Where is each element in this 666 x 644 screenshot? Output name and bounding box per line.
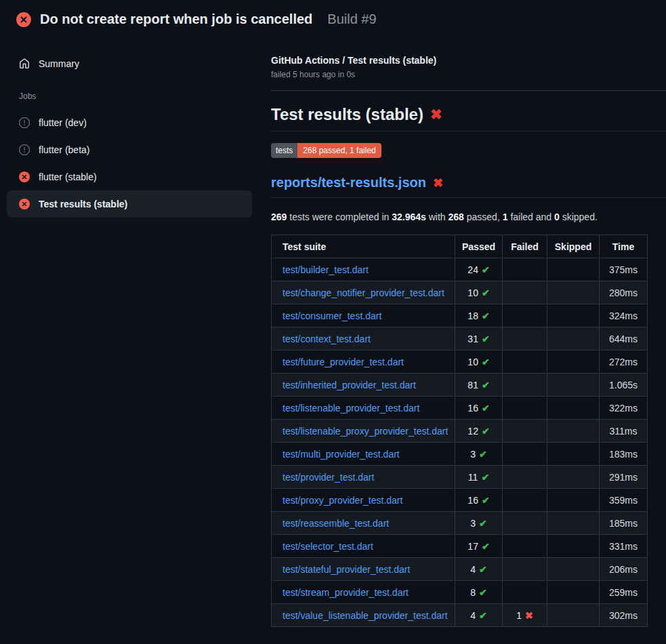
summary-segment: 1 [503, 212, 508, 222]
table-row: test/reassemble_test.dart3✔185ms [272, 512, 648, 535]
time-cell: 311ms [600, 420, 648, 443]
summary-segment: passed, [464, 212, 503, 222]
test-suite-cell: test/stream_provider_test.dart [272, 581, 455, 604]
passed-cell: 18✔ [455, 304, 503, 327]
cancelled-stop-icon [19, 144, 30, 155]
sidebar-item-test-results-stable[interactable]: Test results (stable) [7, 190, 252, 218]
passed-cell: 11✔ [455, 466, 503, 489]
skipped-cell [547, 489, 600, 512]
test-suite-link[interactable]: test/reassemble_test.dart [283, 518, 389, 529]
skipped-cell [547, 420, 600, 443]
test-suite-cell: test/reassemble_test.dart [272, 512, 455, 535]
time-cell: 259ms [600, 581, 648, 604]
failed-cell [503, 581, 547, 604]
test-suite-link[interactable]: test/provider_test.dart [283, 472, 374, 483]
test-suite-link[interactable]: test/listenable_provider_test.dart [283, 403, 419, 414]
table-row: test/stateful_provider_test.dart4✔206ms [272, 558, 648, 581]
check-icon: ✔ [482, 380, 490, 390]
failed-cell: 1✖ [503, 604, 547, 627]
time-cell: 322ms [600, 397, 648, 420]
check-icon: ✔ [479, 564, 487, 575]
test-suite-link[interactable]: test/stateful_provider_test.dart [283, 564, 410, 575]
table-row: test/builder_test.dart24✔375ms [272, 258, 648, 281]
test-suite-cell: test/listenable_proxy_provider_test.dart [272, 420, 455, 443]
failed-cell [503, 443, 547, 466]
test-suite-link[interactable]: test/context_test.dart [283, 334, 371, 344]
check-icon: ✔ [481, 472, 489, 483]
time-cell: 291ms [600, 466, 648, 489]
sidebar-item-flutter-stable[interactable]: flutter (stable) [7, 163, 252, 190]
check-icon: ✔ [482, 357, 490, 367]
sidebar-item-summary[interactable]: Summary [19, 55, 259, 73]
test-suite-link[interactable]: test/value_listenable_provider_test.dart [283, 610, 448, 621]
job-label: Test results (stable) [39, 199, 127, 209]
count-value: 16 [467, 495, 478, 506]
skipped-cell [547, 258, 600, 281]
check-icon: ✔ [482, 310, 490, 321]
summary-segment: failed and [508, 212, 555, 222]
time-cell: 185ms [600, 512, 648, 535]
sidebar-item-flutter-dev[interactable]: flutter (dev) [7, 109, 252, 136]
table-row: test/consumer_test.dart18✔324ms [272, 304, 648, 327]
time-cell: 183ms [600, 443, 648, 466]
test-suite-cell: test/provider_test.dart [272, 466, 455, 489]
table-row: test/value_listenable_provider_test.dart… [272, 604, 648, 627]
test-suite-cell: test/multi_provider_test.dart [272, 443, 455, 466]
test-suite-link[interactable]: test/multi_provider_test.dart [283, 449, 400, 460]
skipped-cell [547, 581, 600, 604]
main-content: GitHub Actions / Test results (stable) f… [271, 41, 666, 627]
table-row: test/selector_test.dart17✔331ms [272, 535, 648, 558]
check-icon: ✔ [479, 518, 487, 529]
failed-cell [503, 397, 547, 420]
test-suite-cell: test/future_provider_test.dart [272, 350, 455, 374]
count-value: 8 [470, 587, 476, 598]
test-suite-link[interactable]: test/selector_test.dart [283, 541, 373, 552]
test-suite-cell: test/inherited_provider_test.dart [272, 374, 455, 397]
skipped-cell [547, 304, 600, 327]
test-suite-cell: test/proxy_provider_test.dart [272, 489, 455, 512]
summary-segment: with [426, 212, 449, 222]
test-suite-link[interactable]: test/listenable_proxy_provider_test.dart [283, 426, 448, 437]
time-cell: 280ms [600, 281, 648, 304]
time-cell: 206ms [600, 558, 648, 581]
time-cell: 272ms [600, 350, 648, 374]
column-header-test-suite: Test suite [272, 235, 455, 258]
passed-cell: 10✔ [455, 350, 503, 374]
count-value: 12 [467, 426, 478, 437]
check-icon: ✔ [482, 426, 490, 437]
count-value: 4 [470, 610, 476, 621]
failed-cell [503, 350, 547, 374]
test-suite-link[interactable]: test/change_notifier_provider_test.dart [283, 287, 444, 298]
passed-cell: 12✔ [455, 420, 503, 443]
sidebar-summary-label: Summary [39, 58, 79, 69]
time-cell: 375ms [600, 258, 648, 281]
skipped-cell [547, 443, 600, 466]
column-header-time: Time [600, 235, 648, 258]
time-cell: 331ms [600, 535, 648, 558]
count-value: 10 [467, 357, 478, 367]
test-suite-cell: test/value_listenable_provider_test.dart [272, 604, 455, 627]
section-heading: Test results (stable) ✖ [271, 105, 666, 132]
test-suite-link[interactable]: test/inherited_provider_test.dart [283, 380, 416, 390]
sidebar-item-flutter-beta[interactable]: flutter (beta) [7, 136, 252, 163]
results-table: Test suite Passed Failed Skipped Time te… [271, 235, 648, 627]
passed-cell: 3✔ [455, 443, 503, 466]
test-suite-link[interactable]: test/builder_test.dart [283, 264, 369, 275]
test-suite-link[interactable]: test/stream_provider_test.dart [283, 587, 409, 598]
results-table-body: test/builder_test.dart24✔375mstest/chang… [272, 258, 648, 627]
sidebar: Summary Jobs flutter (dev) flutter (beta… [0, 41, 259, 218]
skipped-cell [547, 281, 600, 304]
skipped-cell [547, 350, 600, 374]
cross-mark-icon: ✖ [430, 106, 442, 123]
test-suite-link[interactable]: test/future_provider_test.dart [283, 357, 404, 367]
skipped-cell [547, 558, 600, 581]
tests-badge[interactable]: tests 268 passed, 1 failed [271, 143, 381, 158]
test-suite-link[interactable]: test/proxy_provider_test.dart [283, 495, 402, 506]
check-icon: ✔ [482, 403, 490, 414]
test-suite-link[interactable]: test/consumer_test.dart [283, 310, 381, 321]
summary-segment: 32.964s [392, 212, 426, 222]
test-suite-cell: test/context_test.dart [272, 327, 455, 350]
table-row: test/listenable_proxy_provider_test.dart… [272, 420, 648, 443]
run-header: Do not create report when job is cancell… [0, 0, 666, 27]
report-heading-link[interactable]: reports/test-results.json [271, 175, 426, 190]
